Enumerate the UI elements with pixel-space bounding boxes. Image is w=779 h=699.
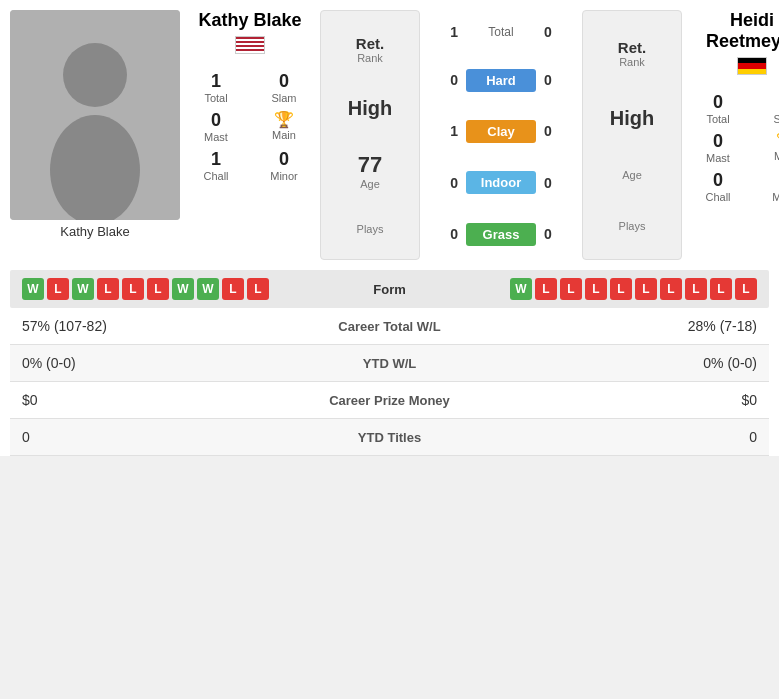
left-mast-lbl: Mast [204, 131, 228, 143]
left-stats-grid: 1 Total 0 Slam 0 Mast 🏆 0 Main [190, 71, 310, 182]
courts-section: 1 Total 0 0 Hard 0 1 Clay 0 0 Indoor 0 [425, 10, 577, 260]
clay-left-val: 1 [433, 123, 458, 139]
left-trophy-icon: 🏆 [274, 110, 294, 129]
clay-btn[interactable]: Clay [466, 120, 536, 143]
right-mast-lbl: Mast [706, 152, 730, 164]
left-ret-label: Ret. [356, 35, 384, 52]
right-form-l4: L [610, 278, 632, 300]
left-player-section: Kathy Blake [10, 10, 180, 239]
right-player-stats: Heidi Reetmeyer 0 Total 0 Slam 0 Mast [687, 10, 779, 203]
left-age-val: 77 [358, 152, 382, 178]
right-rank-sub: Rank [619, 56, 645, 68]
right-form-l6: L [660, 278, 682, 300]
left-mast-val: 0 [211, 110, 221, 131]
left-plays: Plays [357, 223, 384, 235]
left-slam-lbl: Slam [271, 92, 296, 104]
ytd-wl-row: 0% (0-0) YTD W/L 0% (0-0) [10, 345, 769, 382]
left-form-l4: L [147, 278, 169, 300]
ytd-wl-left: 0% (0-0) [22, 355, 267, 371]
right-age: Age [622, 169, 642, 181]
hard-btn[interactable]: Hard [466, 69, 536, 92]
right-form-w1: W [510, 278, 532, 300]
left-form-w1: W [22, 278, 44, 300]
left-age-lbl: Age [360, 178, 380, 190]
left-ret-rank: Ret. Rank [356, 35, 384, 64]
right-form-l8: L [710, 278, 732, 300]
right-total-lbl: Total [706, 113, 729, 125]
left-high: High [348, 97, 392, 120]
left-slam-cell: 0 Slam [258, 71, 310, 104]
total-center-lbl: Total [466, 25, 536, 39]
left-mast-cell: 0 Mast [190, 110, 242, 143]
main-container: Kathy Blake Kathy Blake 1 Total 0 Slam [0, 0, 779, 456]
prize-right: $0 [512, 392, 757, 408]
right-form-l7: L [685, 278, 707, 300]
left-rank-sub: Rank [357, 52, 383, 64]
career-total-right: 28% (7-18) [512, 318, 757, 334]
left-form-w3: W [172, 278, 194, 300]
career-total-left: 57% (107-82) [22, 318, 267, 334]
ytd-titles-left: 0 [22, 429, 267, 445]
right-mast-val: 0 [713, 131, 723, 152]
right-chall-cell: 0 Chall [692, 170, 744, 203]
right-slam-lbl: Slam [773, 113, 779, 125]
left-minor-cell: 0 Minor [258, 149, 310, 182]
ytd-titles-right: 0 [512, 429, 757, 445]
right-form-l3: L [585, 278, 607, 300]
left-minor-lbl: Minor [270, 170, 298, 182]
clay-right-val: 0 [544, 123, 569, 139]
grass-right-val: 0 [544, 226, 569, 242]
indoor-btn[interactable]: Indoor [466, 171, 536, 194]
right-player-name: Heidi Reetmeyer [692, 10, 779, 52]
right-form-l9: L [735, 278, 757, 300]
form-section: W L W L L L W W L L Form W L L L L L L L… [10, 270, 769, 308]
career-stats-section: 57% (107-82) Career Total W/L 28% (7-18)… [10, 308, 769, 456]
clay-row: 1 Clay 0 [433, 120, 569, 143]
right-total-cell: 0 Total [692, 92, 744, 125]
left-chall-val: 1 [211, 149, 221, 170]
ytd-wl-right: 0% (0-0) [512, 355, 757, 371]
left-total-cell: 1 Total [190, 71, 242, 104]
left-age: 77 Age [358, 152, 382, 190]
left-form-w4: W [197, 278, 219, 300]
left-slam-val: 0 [279, 71, 289, 92]
right-age-lbl: Age [622, 169, 642, 181]
left-chall-lbl: Chall [203, 170, 228, 182]
upper-area: Kathy Blake Kathy Blake 1 Total 0 Slam [0, 0, 779, 270]
right-ret-label: Ret. [618, 39, 646, 56]
prize-money-row: $0 Career Prize Money $0 [10, 382, 769, 419]
svg-point-1 [63, 43, 127, 107]
right-stats-grid: 0 Total 0 Slam 0 Mast 🏆 Main 0 Chall [692, 92, 779, 203]
career-total-label: Career Total W/L [267, 319, 512, 334]
left-form-l2: L [97, 278, 119, 300]
right-form-badges: W L L L L L L L L L [510, 278, 757, 300]
right-high: High [610, 107, 654, 130]
left-form-l6: L [247, 278, 269, 300]
grass-row: 0 Grass 0 [433, 223, 569, 246]
grass-btn[interactable]: Grass [466, 223, 536, 246]
left-form-l5: L [222, 278, 244, 300]
left-player-name: Kathy Blake [198, 10, 301, 31]
indoor-right-val: 0 [544, 175, 569, 191]
right-form-l2: L [560, 278, 582, 300]
left-form-w2: W [72, 278, 94, 300]
left-minor-val: 0 [279, 149, 289, 170]
left-total-val: 1 [211, 71, 221, 92]
form-center-label: Form [373, 282, 406, 297]
left-main-cell: 🏆 0 Main [258, 110, 310, 143]
hard-left-val: 0 [433, 72, 458, 88]
right-total-val: 0 [713, 92, 723, 113]
left-main-lbl: Main [272, 129, 296, 141]
left-high-label: High [348, 97, 392, 120]
left-form-l3: L [122, 278, 144, 300]
right-form-l5: L [635, 278, 657, 300]
right-main-cell: 🏆 Main [760, 131, 779, 164]
svg-point-2 [50, 115, 140, 220]
right-plays: Plays [619, 220, 646, 232]
right-form-l1: L [535, 278, 557, 300]
right-ret-rank: Ret. Rank [618, 39, 646, 68]
left-divider-panel: Ret. Rank High 77 Age Plays [320, 10, 420, 260]
grass-left-val: 0 [433, 226, 458, 242]
left-plays-lbl: Plays [357, 223, 384, 235]
ytd-titles-row: 0 YTD Titles 0 [10, 419, 769, 456]
